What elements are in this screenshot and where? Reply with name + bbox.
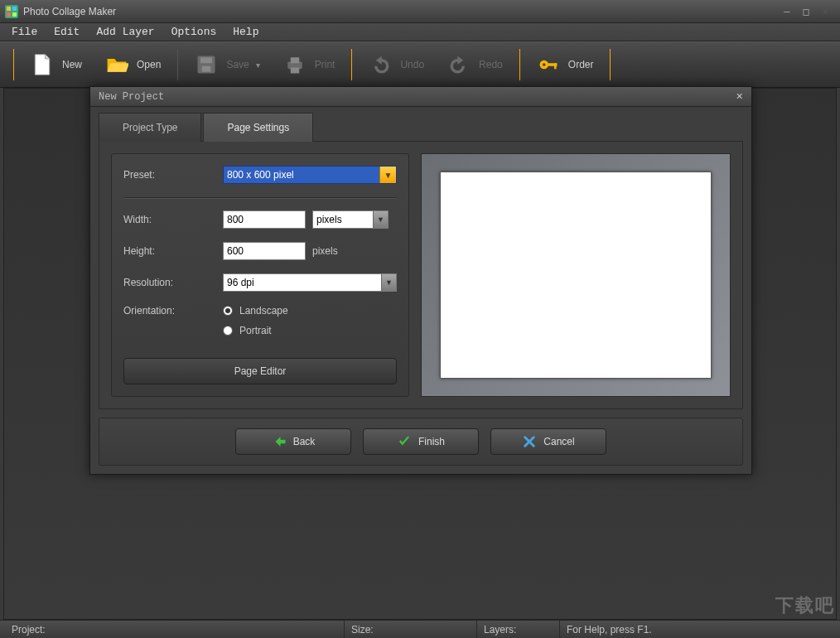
status-bar: Project: Size: Layers: For Help, press F… (0, 620, 840, 638)
status-layers: Layers: (477, 621, 560, 638)
tab-project-type[interactable]: Project Type (99, 113, 201, 142)
svg-rect-6 (200, 57, 212, 63)
radio-dot-icon (223, 306, 233, 316)
menu-edit[interactable]: Edit (46, 24, 88, 40)
finish-button[interactable]: Finish (363, 428, 479, 455)
status-help: For Help, press F1. (560, 621, 835, 638)
maximize-button[interactable]: □ (797, 6, 816, 17)
preset-label: Preset: (123, 169, 223, 181)
height-label: Height: (123, 245, 223, 257)
print-icon (283, 53, 307, 76)
svg-rect-2 (12, 7, 17, 11)
cancel-button[interactable]: Cancel (490, 428, 606, 455)
app-title: Photo Collage Maker (23, 6, 116, 17)
dropdown-arrow-icon: ▼ (379, 167, 396, 183)
svg-rect-1 (7, 7, 11, 11)
redo-icon (447, 53, 471, 76)
new-button[interactable]: New (19, 42, 94, 87)
undo-icon (369, 53, 392, 76)
toolbar: New Open Save ▾ Print Undo Redo Order (0, 41, 840, 88)
height-unit-label: pixels (312, 245, 389, 257)
dialog-tabs: Project Type Page Settings (90, 107, 751, 141)
open-button[interactable]: Open (94, 42, 172, 87)
page-settings-panel: Preset: 800 x 600 pixel ▼ Width: pixels … (111, 153, 409, 397)
svg-rect-9 (290, 57, 299, 63)
width-input[interactable] (223, 210, 306, 229)
width-label: Width: (123, 214, 223, 225)
resolution-label: Resolution: (123, 277, 223, 288)
width-unit-combo[interactable]: pixels ▼ (312, 210, 389, 229)
app-icon (5, 5, 18, 18)
redo-button[interactable]: Redo (436, 42, 514, 87)
minimize-button[interactable]: — (777, 6, 796, 17)
tab-page-settings[interactable]: Page Settings (203, 113, 313, 142)
new-project-dialog: New Project × Project Type Page Settings… (89, 86, 752, 475)
menu-bar: File Edit Add Layer Options Help (0, 23, 840, 41)
dropdown-arrow-icon: ▼ (381, 274, 396, 291)
radio-dot-icon (223, 326, 233, 336)
order-button[interactable]: Order (525, 42, 606, 87)
print-button[interactable]: Print (272, 42, 347, 87)
title-bar: Photo Collage Maker — □ × (0, 0, 840, 23)
page-preview (421, 153, 731, 397)
folder-open-icon (105, 53, 128, 76)
back-button[interactable]: Back (235, 428, 351, 455)
cancel-x-icon (522, 434, 537, 449)
svg-rect-7 (202, 66, 211, 72)
svg-rect-4 (12, 12, 17, 17)
svg-rect-10 (290, 68, 299, 74)
new-file-icon (31, 53, 54, 76)
menu-help[interactable]: Help (224, 24, 267, 40)
status-project: Project: (5, 621, 345, 638)
page-editor-button[interactable]: Page Editor (123, 358, 397, 384)
resolution-combo[interactable]: 96 dpi ▼ (223, 273, 397, 292)
svg-point-12 (543, 63, 546, 66)
dialog-button-bar: Back Finish Cancel (99, 418, 743, 466)
svg-rect-14 (554, 63, 557, 69)
menu-add-layer[interactable]: Add Layer (88, 24, 162, 40)
save-button[interactable]: Save ▾ (183, 42, 271, 87)
key-icon (537, 53, 560, 76)
dropdown-arrow-icon: ▼ (373, 211, 388, 228)
status-size: Size: (345, 621, 477, 638)
preview-page-canvas (440, 172, 712, 379)
orientation-label: Orientation: (123, 305, 223, 317)
dialog-title-bar: New Project × (90, 87, 751, 107)
svg-rect-3 (7, 12, 11, 17)
orientation-landscape-radio[interactable]: Landscape (223, 305, 288, 317)
back-arrow-icon (272, 434, 287, 449)
menu-file[interactable]: File (3, 24, 46, 40)
save-dropdown-icon[interactable]: ▾ (256, 60, 260, 70)
menu-options[interactable]: Options (163, 24, 225, 40)
save-icon (195, 53, 218, 76)
undo-button[interactable]: Undo (357, 42, 436, 87)
close-button[interactable]: × (816, 6, 835, 17)
height-input[interactable] (223, 242, 306, 260)
check-icon (397, 434, 412, 449)
preset-combo[interactable]: 800 x 600 pixel ▼ (223, 166, 397, 184)
dialog-close-button[interactable]: × (736, 90, 743, 104)
orientation-portrait-radio[interactable]: Portrait (223, 325, 288, 336)
dialog-title: New Project (99, 91, 164, 103)
